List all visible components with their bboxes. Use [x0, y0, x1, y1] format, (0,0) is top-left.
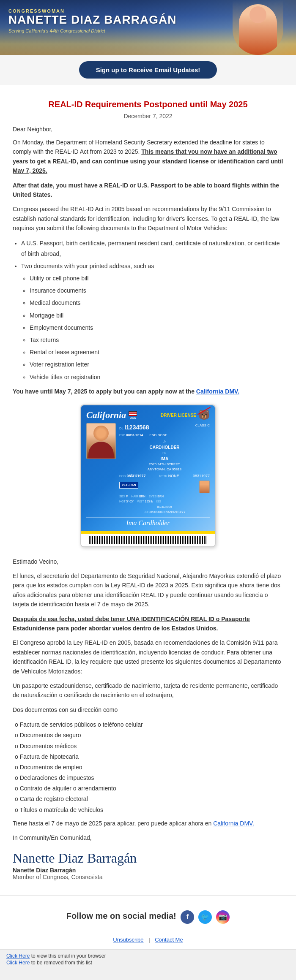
sp-para5: Dos documentos con su dirección como [13, 705, 283, 714]
id-dd-row: DD 00/00/0000NNAN/ANFD/YY [119, 510, 210, 515]
sp-para2: Después de esa fecha, usted debe tener U… [13, 614, 283, 633]
id-exp-label: EXP [119, 434, 125, 437]
sp-para1: El lunes, el secretario del Departamento… [13, 571, 283, 609]
id-dl-number: DL I1234568 [119, 423, 149, 432]
representative-photo [233, 0, 283, 55]
id-card-body: California USA DRIVER LICENSE 🐻 [81, 405, 215, 531]
sublist-item-vehicle: Vehicle titles or registration [30, 372, 283, 383]
id-address: 2570 24TH STREET [119, 462, 210, 467]
id-exp-value: 08/31/2014 [126, 433, 143, 437]
sp-list-item-8: Títulos o matrícula de vehículos [15, 805, 283, 815]
signer-title: Member of Congress, Consresista [13, 874, 283, 880]
sublist-item-medical: Medical documents [30, 298, 283, 308]
id-iss: ISS [156, 500, 161, 504]
id-dl-label: DL [119, 426, 123, 430]
id-barcode [89, 536, 207, 544]
bottom-bar: Click Here to view this email in your br… [0, 949, 296, 970]
id-dl-row: DL I1234568 CLASS C [119, 423, 210, 432]
district-label: Serving California's 44th Congressional … [8, 28, 176, 33]
id-name-row: LN CARDHOLDER FN IMA 2570 24TH STREET AN… [119, 439, 210, 472]
id-face [93, 426, 109, 441]
id-fn-value: IMA [119, 456, 210, 462]
main-content: REAL-ID Requirements Postponed until May… [0, 85, 296, 889]
id-veteran-badge: VETERAN [119, 482, 138, 489]
social-label: Follow me on social media! [66, 911, 179, 920]
id-barcode-area [81, 534, 215, 546]
list-item-2-text: Two documents with your printed address,… [21, 263, 154, 269]
id-exp-row: EXP 08/31/2014 END NONE [119, 433, 210, 438]
signature-script: Nanette Diaz Barragán [13, 851, 283, 865]
sp-list-item-5: Declaraciones de impuestos [15, 773, 283, 783]
id-card-header: California USA DRIVER LICENSE 🐻 [86, 410, 210, 421]
sp-list-item-0: Factura de servicios públicos o teléfono… [15, 719, 283, 730]
social-section: Follow me on social media! f 🐦 📷 [0, 902, 296, 932]
sp-list-item-2: Documentos médicos [15, 741, 283, 752]
instagram-icon[interactable]: 📷 [216, 910, 230, 924]
id-state-name: California [86, 410, 126, 421]
view-browser-link[interactable]: Click Here [6, 953, 30, 959]
remove-link[interactable]: Click Here [6, 960, 30, 966]
signer-name: Nanette Diaz Barragán [13, 867, 283, 874]
sp-para4: Un pasaporte estadounidense, certificado… [13, 681, 283, 700]
id-iss-value: 08/31/2009 [157, 505, 172, 508]
sp-para3: El Congreso aprobó la Ley REAL-ID en 200… [13, 638, 283, 676]
twitter-icon[interactable]: 🐦 [198, 910, 212, 924]
remove-label: to be removed from this list [31, 960, 92, 966]
id-dob: DOB 08/31/1977 [119, 473, 145, 479]
photo-figure [239, 4, 277, 55]
id-stats-row: VETERAN [119, 480, 210, 493]
sp-dmv-text: Tiene hasta el 7 de mayo de 2025 para ap… [13, 820, 213, 827]
para1: On Monday, the Department of Homeland Se… [13, 138, 283, 176]
sublist-item-voter: Voter registration letter [30, 359, 283, 370]
email-wrapper: CONGRESSWOMAN NANETTE DIAZ BARRAGÁN Serv… [0, 0, 296, 970]
id-wgt: WGT 125 lb [137, 500, 153, 504]
sublist-item-utility: Utility or cell phone bill [30, 273, 283, 284]
id-country: USA [130, 416, 136, 419]
greeting-text: Dear Neighbor, [13, 126, 283, 133]
sublist-item-insurance: Insurance documents [30, 285, 283, 296]
id-dob-row: DOB 08/31/1977 RSTR NONE 08311977 [119, 473, 210, 479]
id-rstr-value: NONE [168, 474, 179, 478]
id-physical-row: SEX F HAIR BRN EYES BRN [119, 494, 210, 499]
sublist-item-rental: Rental or lease agreement [30, 347, 283, 358]
id-ln-value: CARDHOLDER [119, 444, 210, 451]
dmv-link[interactable]: California DMV. [196, 388, 239, 395]
id-card-section: California USA DRIVER LICENSE 🐻 [13, 404, 283, 548]
id-flag-section: USA [129, 411, 137, 419]
sp-list-item-7: Carta de registro electoral [15, 794, 283, 804]
footer-divider: | [148, 937, 150, 943]
signup-button[interactable]: Sign up to Receive Email Updates! [79, 61, 217, 79]
id-signature: Ima Cardholder [126, 519, 170, 527]
id-photo [86, 423, 116, 459]
article-title: REAL-ID Requirements Postponed until May… [13, 100, 283, 109]
id-details: DL I1234568 CLASS C EXP 08/31/2014 [119, 423, 210, 515]
sublist-item-tax: Tax returns [30, 335, 283, 345]
address-docs-list: Utility or cell phone bill Insurance doc… [30, 273, 283, 383]
view-browser-label: to view this email in your browser [31, 953, 106, 959]
divider [0, 895, 296, 896]
header-text-block: CONGRESSWOMAN NANETTE DIAZ BARRAGÁN Serv… [8, 8, 176, 33]
sp-greeting: Estimado Vecino, [13, 557, 283, 566]
id-veteran: VETERAN [119, 480, 138, 493]
id-class: CLASS C [195, 423, 210, 432]
sp-list-item-4: Documentos de empleo [15, 762, 283, 773]
id-card-body-content: DL I1234568 CLASS C EXP 08/31/2014 [86, 423, 210, 515]
closing-section: Nanette Diaz Barragán Nanette Diaz Barra… [13, 851, 283, 880]
id-type: DRIVER LICENSE [140, 413, 196, 418]
sp-dmv-link[interactable]: California DMV. [213, 820, 254, 827]
sp-list-item-1: Documentos de seguro [15, 730, 283, 741]
sp-dmv-para: Tiene hasta el 7 de mayo de 2025 para ap… [13, 819, 283, 828]
id-hgt: HGT 5'-05" [119, 500, 134, 504]
list-item-1-text: A U.S. Passport, birth certificate, perm… [21, 240, 280, 257]
contact-link[interactable]: Contact Me [155, 937, 183, 943]
id-eyes: EYES BRN [149, 494, 164, 499]
id-exp: EXP 08/31/2014 [119, 433, 143, 438]
dmv-text-before: You have until May 7, 2025 to apply but … [13, 388, 196, 395]
id-measurements-row: HGT 5'-05" WGT 125 lb ISS [119, 500, 210, 504]
unsubscribe-link[interactable]: Unsubscribe [113, 937, 143, 943]
article-date: December 7, 2022 [13, 113, 283, 119]
facebook-icon[interactable]: f [181, 910, 194, 924]
photo-head [249, 6, 266, 23]
id-dl-value: I1234568 [124, 424, 149, 431]
id-city: ANYTOWN, CA 95818 [119, 467, 210, 472]
